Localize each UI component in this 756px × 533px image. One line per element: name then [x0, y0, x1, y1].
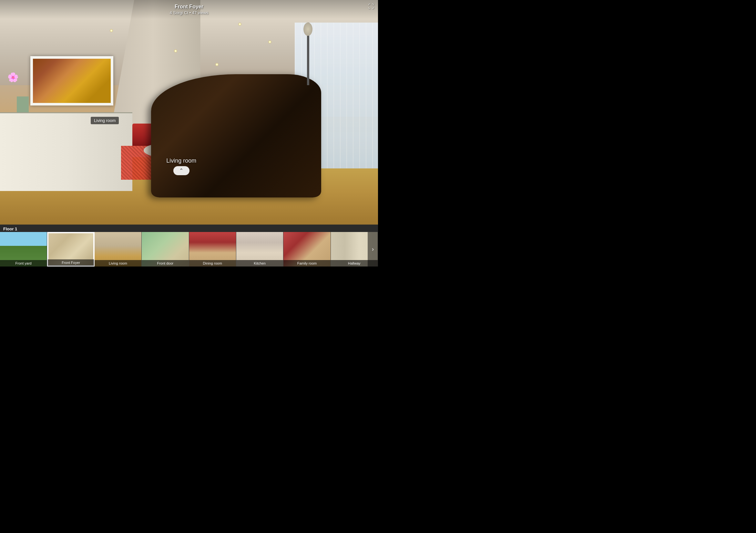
living-room-hotspot[interactable]: Living room ⌃: [166, 158, 196, 175]
panorama-view[interactable]: Front Foyer 4 Sorgi Ct • 47 views ⛶ Livi…: [0, 0, 378, 225]
thumbnail-family-room[interactable]: Family room: [284, 232, 331, 266]
room-label-tooltip: Living room: [91, 117, 119, 124]
flower-vase: [8, 72, 38, 117]
up-arrow-icon: ⌃: [179, 167, 183, 174]
floor-label: Floor 1: [0, 225, 378, 232]
thumbnail-label-living-room: Living room: [94, 260, 141, 266]
hotspot-label: Living room: [166, 158, 196, 164]
recessed-light-2: [238, 23, 241, 26]
thumbnail-label-dining-room: Dining room: [189, 260, 236, 266]
thumbnail-label-front-door: Front door: [142, 260, 189, 266]
fullscreen-button[interactable]: ⛶: [368, 3, 374, 10]
thumbnail-front-foyer[interactable]: Front Foyer: [47, 232, 94, 266]
thumbnail-label-front-foyer: Front Foyer: [48, 259, 94, 266]
thumbnail-front-door[interactable]: Front door: [142, 232, 189, 266]
page-subtitle: 4 Sorgi Ct • 47 views: [4, 10, 374, 15]
hotspot-arrow[interactable]: ⌃: [173, 166, 189, 175]
thumbnail-label-front-yard: Front yard: [0, 260, 47, 266]
floor-lamp: [303, 23, 314, 112]
header-overlay: Front Foyer 4 Sorgi Ct • 47 views: [0, 0, 378, 19]
wall-painting: [30, 56, 114, 106]
thumbnail-living-room[interactable]: Living room: [94, 232, 142, 266]
page-title: Front Foyer: [4, 4, 374, 10]
thumbnail-dining-room[interactable]: Dining room: [189, 232, 236, 266]
thumbnail-front-yard[interactable]: Front yard: [0, 232, 47, 266]
recessed-light-4: [174, 49, 177, 53]
thumbnails-nav-arrow[interactable]: ›: [368, 232, 378, 266]
thumbnail-kitchen[interactable]: Kitchen: [236, 232, 284, 266]
floor-strip: Floor 1 Front yardFront FoyerLiving room…: [0, 225, 378, 266]
thumbnail-label-family-room: Family room: [284, 260, 330, 266]
thumbnails-container: Front yardFront FoyerLiving roomFront do…: [0, 232, 378, 266]
thumbnail-label-kitchen: Kitchen: [236, 260, 283, 266]
grand-piano: [151, 74, 321, 198]
